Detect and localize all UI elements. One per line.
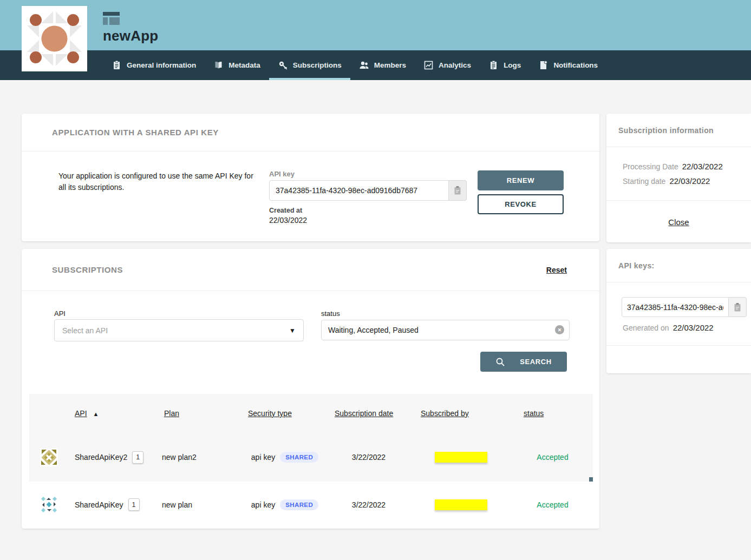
tab-label: Metadata xyxy=(228,61,260,69)
key-icon xyxy=(278,60,288,70)
panel-title: Subscription information xyxy=(606,126,714,135)
tab-label: General information xyxy=(127,61,196,69)
table-row[interactable]: SharedApiKey2 1 new plan2 api key SHARED… xyxy=(29,433,593,482)
status-filter-label: status xyxy=(321,309,340,318)
table-header-plan[interactable]: Plan xyxy=(158,409,241,418)
search-button[interactable]: SEARCH xyxy=(480,352,567,372)
tab-members[interactable]: Members xyxy=(350,50,415,80)
divider xyxy=(606,345,751,346)
tab-label: Notifications xyxy=(553,61,598,69)
tab-label: Logs xyxy=(504,61,521,69)
clipboard-list-icon xyxy=(488,60,499,70)
reset-link[interactable]: Reset xyxy=(546,266,567,274)
status-filter-input[interactable] xyxy=(321,320,570,340)
tab-general-information[interactable]: General information xyxy=(103,50,205,80)
api-keys-panel: API keys: Generated on22/03/2022 xyxy=(606,249,751,373)
search-button-label: SEARCH xyxy=(520,358,552,366)
table-row[interactable]: SharedApiKey 1 new plan api key SHARED 3… xyxy=(29,482,593,528)
application-header: newApp xyxy=(103,12,158,44)
tab-logs[interactable]: Logs xyxy=(480,50,530,80)
search-icon xyxy=(495,357,505,367)
sidebar-api-key-group xyxy=(622,297,747,317)
shared-badge: SHARED xyxy=(280,452,318,463)
plan-name: new plan xyxy=(158,500,241,509)
document-icon xyxy=(112,60,122,70)
created-at-label: Created at xyxy=(269,207,302,214)
application-type-icon xyxy=(103,12,120,25)
subscription-date: 3/22/2022 xyxy=(328,500,409,509)
subscribed-by-redacted xyxy=(435,499,487,510)
subscription-count-badge: 1 xyxy=(128,498,140,511)
table-header-subscription-date[interactable]: Subscription date xyxy=(328,409,409,418)
security-type: api key xyxy=(251,500,275,509)
api-select-placeholder: Select an API xyxy=(62,326,289,335)
subscriptions-card-header: SUBSCRIPTIONS xyxy=(22,249,599,291)
revoke-button[interactable]: REVOKE xyxy=(478,194,564,214)
api-filter-label: API xyxy=(54,309,66,318)
application-avatar xyxy=(22,6,87,71)
chevron-down-icon: ▼ xyxy=(289,327,296,334)
processing-date-value: 22/03/2022 xyxy=(682,162,723,171)
api-avatar-pattern-teal xyxy=(40,496,58,513)
clear-status-icon[interactable]: ✕ xyxy=(555,325,564,334)
starting-date-value: 22/03/2022 xyxy=(669,176,710,186)
subscriptions-table: API ▲ Plan Security type Subscription da… xyxy=(29,394,593,528)
api-select[interactable]: Select an API ▼ xyxy=(54,319,304,341)
notification-icon xyxy=(538,60,548,70)
table-header-status[interactable]: status xyxy=(512,409,593,418)
card-title: SUBSCRIPTIONS xyxy=(22,265,123,274)
tab-label: Analytics xyxy=(439,61,471,69)
clipboard-copy-icon xyxy=(454,186,461,195)
subscription-information-panel: Subscription information Processing Date… xyxy=(606,114,751,242)
generated-on-value: 22/03/2022 xyxy=(673,323,714,332)
sidebar-api-key-input[interactable] xyxy=(622,297,729,317)
close-link[interactable]: Close xyxy=(606,218,751,227)
tab-label: Subscriptions xyxy=(293,61,342,69)
created-at-value: 22/03/2022 xyxy=(269,216,307,225)
api-name: SharedApiKey2 xyxy=(75,453,127,462)
status-filter-group: ✕ xyxy=(321,320,570,340)
starting-date-label: Starting date xyxy=(623,177,665,186)
shared-api-key-card: APPLICATION WITH A SHARED API KEY Your a… xyxy=(22,114,599,241)
renew-button[interactable]: RENEW xyxy=(478,170,564,190)
people-icon xyxy=(359,60,369,70)
tab-bar: General information Metadata Subscriptio… xyxy=(103,50,606,80)
generated-on-label: Generated on xyxy=(623,324,669,332)
subscription-date: 3/22/2022 xyxy=(328,453,409,462)
status-badge: Accepted xyxy=(512,453,593,462)
api-name: SharedApiKey xyxy=(75,500,123,509)
book-icon xyxy=(213,60,224,70)
api-avatar xyxy=(40,449,58,466)
copy-api-key-button[interactable] xyxy=(449,180,467,201)
page-title: newApp xyxy=(103,28,158,44)
shared-api-key-card-header: APPLICATION WITH A SHARED API KEY xyxy=(22,114,599,151)
table-header-security-type[interactable]: Security type xyxy=(241,409,328,418)
copy-api-key-button[interactable] xyxy=(729,297,747,317)
chart-icon xyxy=(423,60,434,70)
sort-asc-icon: ▲ xyxy=(93,411,99,417)
shared-key-description: Your application is configured to use th… xyxy=(58,170,260,193)
table-header-row: API ▲ Plan Security type Subscription da… xyxy=(29,394,593,433)
api-key-input[interactable] xyxy=(269,180,449,201)
api-key-input-group xyxy=(269,180,467,201)
tab-notifications[interactable]: Notifications xyxy=(530,50,606,80)
api-avatar-pattern-gold xyxy=(40,449,58,466)
api-avatar xyxy=(40,496,58,513)
application-avatar-pattern xyxy=(22,6,87,71)
tab-analytics[interactable]: Analytics xyxy=(415,50,480,80)
tab-metadata[interactable]: Metadata xyxy=(205,50,269,80)
divider xyxy=(606,200,751,201)
security-type: api key xyxy=(251,453,275,462)
plan-name: new plan2 xyxy=(158,453,241,462)
panel-title: API keys: xyxy=(606,261,655,270)
card-title: APPLICATION WITH A SHARED API KEY xyxy=(22,128,219,137)
shared-badge: SHARED xyxy=(280,499,318,510)
processing-date-label: Processing Date xyxy=(623,162,678,171)
subscribed-by-redacted xyxy=(435,452,487,463)
subscriptions-card: SUBSCRIPTIONS Reset API Select an API ▼ … xyxy=(22,249,599,529)
status-badge: Accepted xyxy=(512,500,593,509)
tab-label: Members xyxy=(374,61,406,69)
table-header-subscribed-by[interactable]: Subscribed by xyxy=(409,409,512,418)
tab-subscriptions[interactable]: Subscriptions xyxy=(269,50,350,80)
table-header-api[interactable]: API ▲ xyxy=(68,409,158,418)
